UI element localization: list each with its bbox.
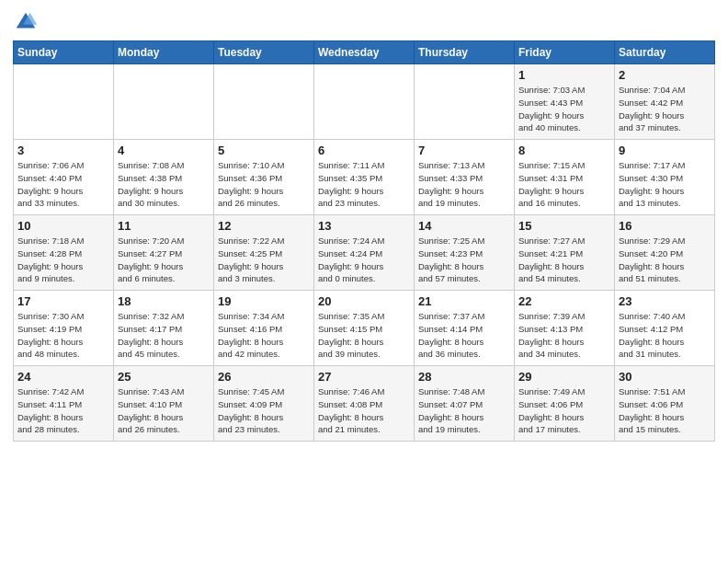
day-cell: 6Sunrise: 7:11 AM Sunset: 4:35 PM Daylig… bbox=[314, 140, 415, 215]
week-row-1: 3Sunrise: 7:06 AM Sunset: 4:40 PM Daylig… bbox=[14, 140, 715, 215]
day-number: 4 bbox=[118, 144, 210, 157]
week-row-2: 10Sunrise: 7:18 AM Sunset: 4:28 PM Dayli… bbox=[14, 215, 715, 291]
week-row-4: 24Sunrise: 7:42 AM Sunset: 4:11 PM Dayli… bbox=[14, 366, 715, 442]
day-info: Sunrise: 7:06 AM Sunset: 4:40 PM Dayligh… bbox=[17, 159, 109, 210]
day-info: Sunrise: 7:11 AM Sunset: 4:35 PM Dayligh… bbox=[318, 159, 410, 210]
day-number: 15 bbox=[518, 219, 610, 233]
day-number: 20 bbox=[318, 294, 410, 308]
day-cell: 14Sunrise: 7:25 AM Sunset: 4:23 PM Dayli… bbox=[415, 215, 515, 291]
day-info: Sunrise: 7:24 AM Sunset: 4:24 PM Dayligh… bbox=[318, 235, 410, 285]
day-cell: 16Sunrise: 7:29 AM Sunset: 4:20 PM Dayli… bbox=[615, 215, 715, 291]
day-cell: 11Sunrise: 7:20 AM Sunset: 4:27 PM Dayli… bbox=[114, 215, 214, 291]
day-cell: 26Sunrise: 7:45 AM Sunset: 4:09 PM Dayli… bbox=[214, 366, 314, 442]
col-header-thursday: Thursday bbox=[415, 41, 515, 64]
day-cell: 5Sunrise: 7:10 AM Sunset: 4:36 PM Daylig… bbox=[214, 140, 314, 215]
col-header-saturday: Saturday bbox=[615, 41, 715, 64]
day-number: 30 bbox=[619, 370, 711, 384]
day-cell: 3Sunrise: 7:06 AM Sunset: 4:40 PM Daylig… bbox=[14, 140, 114, 215]
day-number: 29 bbox=[518, 370, 610, 384]
day-cell: 22Sunrise: 7:39 AM Sunset: 4:13 PM Dayli… bbox=[515, 291, 615, 366]
day-number: 27 bbox=[318, 370, 410, 384]
col-header-sunday: Sunday bbox=[14, 41, 114, 64]
day-number: 9 bbox=[619, 144, 711, 157]
day-info: Sunrise: 7:25 AM Sunset: 4:23 PM Dayligh… bbox=[418, 235, 510, 285]
day-number: 24 bbox=[17, 370, 109, 384]
day-info: Sunrise: 7:17 AM Sunset: 4:30 PM Dayligh… bbox=[619, 159, 711, 210]
day-info: Sunrise: 7:18 AM Sunset: 4:28 PM Dayligh… bbox=[17, 235, 109, 285]
day-info: Sunrise: 7:51 AM Sunset: 4:06 PM Dayligh… bbox=[619, 385, 711, 436]
day-cell bbox=[415, 64, 515, 140]
day-cell: 17Sunrise: 7:30 AM Sunset: 4:19 PM Dayli… bbox=[14, 291, 114, 366]
day-cell: 20Sunrise: 7:35 AM Sunset: 4:15 PM Dayli… bbox=[314, 291, 415, 366]
day-cell: 15Sunrise: 7:27 AM Sunset: 4:21 PM Dayli… bbox=[515, 215, 615, 291]
day-cell: 28Sunrise: 7:48 AM Sunset: 4:07 PM Dayli… bbox=[415, 366, 515, 442]
day-number: 26 bbox=[218, 370, 310, 384]
day-cell: 12Sunrise: 7:22 AM Sunset: 4:25 PM Dayli… bbox=[214, 215, 314, 291]
day-info: Sunrise: 7:04 AM Sunset: 4:42 PM Dayligh… bbox=[619, 84, 711, 134]
day-number: 19 bbox=[218, 294, 310, 308]
day-info: Sunrise: 7:32 AM Sunset: 4:17 PM Dayligh… bbox=[118, 310, 210, 361]
col-header-friday: Friday bbox=[515, 41, 615, 64]
day-cell bbox=[214, 64, 314, 140]
day-number: 22 bbox=[518, 294, 610, 308]
day-number: 14 bbox=[418, 219, 510, 233]
day-cell: 19Sunrise: 7:34 AM Sunset: 4:16 PM Dayli… bbox=[214, 291, 314, 366]
week-row-3: 17Sunrise: 7:30 AM Sunset: 4:19 PM Dayli… bbox=[14, 291, 715, 366]
day-cell: 4Sunrise: 7:08 AM Sunset: 4:38 PM Daylig… bbox=[114, 140, 214, 215]
day-number: 11 bbox=[118, 219, 210, 233]
day-info: Sunrise: 7:46 AM Sunset: 4:08 PM Dayligh… bbox=[318, 385, 410, 436]
day-number: 23 bbox=[619, 294, 711, 308]
header bbox=[13, 9, 715, 35]
day-cell: 27Sunrise: 7:46 AM Sunset: 4:08 PM Dayli… bbox=[314, 366, 415, 442]
day-number: 12 bbox=[218, 219, 310, 233]
day-cell: 24Sunrise: 7:42 AM Sunset: 4:11 PM Dayli… bbox=[14, 366, 114, 442]
day-info: Sunrise: 7:35 AM Sunset: 4:15 PM Dayligh… bbox=[318, 310, 410, 361]
day-number: 1 bbox=[518, 68, 610, 82]
day-cell: 7Sunrise: 7:13 AM Sunset: 4:33 PM Daylig… bbox=[415, 140, 515, 215]
day-cell: 13Sunrise: 7:24 AM Sunset: 4:24 PM Dayli… bbox=[314, 215, 415, 291]
day-cell: 29Sunrise: 7:49 AM Sunset: 4:06 PM Dayli… bbox=[515, 366, 615, 442]
day-info: Sunrise: 7:34 AM Sunset: 4:16 PM Dayligh… bbox=[218, 310, 310, 361]
day-number: 6 bbox=[318, 144, 410, 157]
day-cell: 2Sunrise: 7:04 AM Sunset: 4:42 PM Daylig… bbox=[615, 64, 715, 140]
day-cell: 1Sunrise: 7:03 AM Sunset: 4:43 PM Daylig… bbox=[515, 64, 615, 140]
col-header-tuesday: Tuesday bbox=[214, 41, 314, 64]
col-header-wednesday: Wednesday bbox=[314, 41, 415, 64]
logo bbox=[13, 9, 40, 35]
week-row-0: 1Sunrise: 7:03 AM Sunset: 4:43 PM Daylig… bbox=[14, 64, 715, 140]
day-info: Sunrise: 7:15 AM Sunset: 4:31 PM Dayligh… bbox=[518, 159, 610, 210]
day-cell: 23Sunrise: 7:40 AM Sunset: 4:12 PM Dayli… bbox=[615, 291, 715, 366]
day-number: 17 bbox=[17, 294, 109, 308]
day-number: 18 bbox=[118, 294, 210, 308]
day-info: Sunrise: 7:13 AM Sunset: 4:33 PM Dayligh… bbox=[418, 159, 510, 210]
logo-icon bbox=[13, 9, 39, 35]
day-number: 13 bbox=[318, 219, 410, 233]
day-info: Sunrise: 7:10 AM Sunset: 4:36 PM Dayligh… bbox=[218, 159, 310, 210]
day-cell: 25Sunrise: 7:43 AM Sunset: 4:10 PM Dayli… bbox=[114, 366, 214, 442]
col-header-monday: Monday bbox=[114, 41, 214, 64]
day-cell: 18Sunrise: 7:32 AM Sunset: 4:17 PM Dayli… bbox=[114, 291, 214, 366]
day-info: Sunrise: 7:22 AM Sunset: 4:25 PM Dayligh… bbox=[218, 235, 310, 285]
day-cell: 30Sunrise: 7:51 AM Sunset: 4:06 PM Dayli… bbox=[615, 366, 715, 442]
day-number: 7 bbox=[418, 144, 510, 157]
day-info: Sunrise: 7:29 AM Sunset: 4:20 PM Dayligh… bbox=[619, 235, 711, 285]
day-cell bbox=[114, 64, 214, 140]
day-number: 16 bbox=[619, 219, 711, 233]
day-info: Sunrise: 7:20 AM Sunset: 4:27 PM Dayligh… bbox=[118, 235, 210, 285]
day-cell: 9Sunrise: 7:17 AM Sunset: 4:30 PM Daylig… bbox=[615, 140, 715, 215]
day-cell bbox=[14, 64, 114, 140]
day-number: 8 bbox=[518, 144, 610, 157]
day-info: Sunrise: 7:08 AM Sunset: 4:38 PM Dayligh… bbox=[118, 159, 210, 210]
day-info: Sunrise: 7:30 AM Sunset: 4:19 PM Dayligh… bbox=[17, 310, 109, 361]
day-number: 10 bbox=[17, 219, 109, 233]
day-info: Sunrise: 7:43 AM Sunset: 4:10 PM Dayligh… bbox=[118, 385, 210, 436]
day-number: 3 bbox=[17, 144, 109, 157]
day-number: 28 bbox=[418, 370, 510, 384]
day-info: Sunrise: 7:03 AM Sunset: 4:43 PM Dayligh… bbox=[518, 84, 610, 134]
day-number: 5 bbox=[218, 144, 310, 157]
day-number: 2 bbox=[619, 68, 711, 82]
page: SundayMondayTuesdayWednesdayThursdayFrid… bbox=[0, 0, 728, 447]
day-number: 21 bbox=[418, 294, 510, 308]
day-cell: 10Sunrise: 7:18 AM Sunset: 4:28 PM Dayli… bbox=[14, 215, 114, 291]
day-info: Sunrise: 7:40 AM Sunset: 4:12 PM Dayligh… bbox=[619, 310, 711, 361]
